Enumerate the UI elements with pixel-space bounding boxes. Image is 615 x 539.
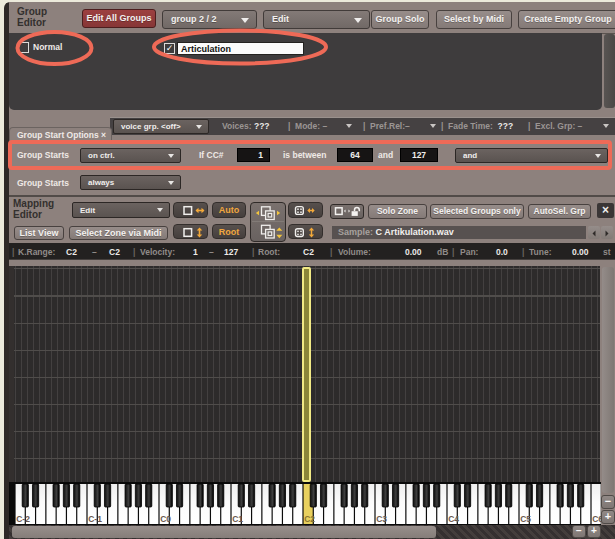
- svg-text:C-2: C-2: [16, 514, 30, 524]
- svg-text:C3: C3: [376, 514, 387, 524]
- svg-text:C-1: C-1: [88, 514, 102, 524]
- svg-text:C2: C2: [304, 514, 315, 524]
- svg-text:C0: C0: [160, 514, 171, 524]
- svg-text:C5: C5: [520, 514, 531, 524]
- svg-text:C6: C6: [592, 514, 601, 524]
- svg-text:C1: C1: [232, 514, 243, 524]
- svg-text:C4: C4: [448, 514, 459, 524]
